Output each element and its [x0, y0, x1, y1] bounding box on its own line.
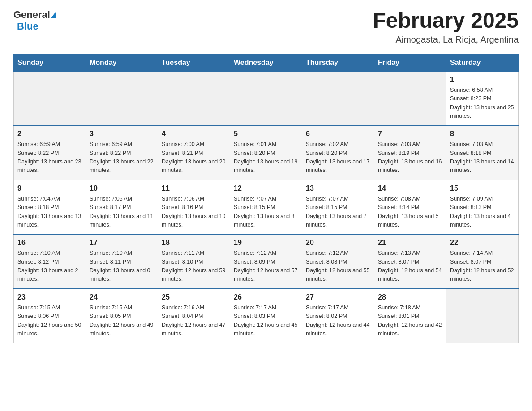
day-info: Sunrise: 7:08 AMSunset: 8:14 PMDaylight:… [378, 195, 442, 230]
calendar-cell [446, 289, 519, 343]
day-of-week-saturday: Saturday [446, 54, 519, 71]
day-info: Sunrise: 7:17 AMSunset: 8:02 PMDaylight:… [306, 304, 370, 338]
day-info: Sunrise: 6:59 AMSunset: 8:22 PMDaylight:… [17, 140, 82, 175]
calendar-cell: 28Sunrise: 7:18 AMSunset: 8:01 PMDayligh… [374, 289, 446, 343]
calendar-cell: 15Sunrise: 7:09 AMSunset: 8:13 PMDayligh… [446, 180, 519, 235]
day-info: Sunrise: 7:00 AMSunset: 8:21 PMDaylight:… [162, 140, 226, 175]
day-info: Sunrise: 7:11 AMSunset: 8:10 PMDaylight:… [162, 249, 226, 284]
day-info: Sunrise: 7:18 AMSunset: 8:01 PMDaylight:… [378, 304, 442, 338]
day-number: 27 [306, 292, 370, 303]
calendar-table: SundayMondayTuesdayWednesdayThursdayFrid… [13, 54, 519, 343]
day-info: Sunrise: 7:12 AMSunset: 8:08 PMDaylight:… [306, 249, 370, 284]
logo-text-general: General [13, 9, 50, 21]
day-info: Sunrise: 7:05 AMSunset: 8:17 PMDaylight:… [90, 195, 154, 230]
day-info: Sunrise: 7:12 AMSunset: 8:09 PMDaylight:… [234, 249, 298, 284]
day-number: 1 [450, 74, 515, 85]
calendar-cell: 1Sunrise: 6:58 AMSunset: 8:23 PMDaylight… [446, 71, 519, 125]
day-number: 21 [378, 237, 442, 248]
day-info: Sunrise: 7:15 AMSunset: 8:05 PMDaylight:… [90, 304, 154, 338]
day-number: 22 [450, 237, 515, 248]
calendar-cell: 24Sunrise: 7:15 AMSunset: 8:05 PMDayligh… [86, 289, 158, 343]
calendar-cell: 12Sunrise: 7:07 AMSunset: 8:15 PMDayligh… [230, 180, 302, 235]
days-of-week-row: SundayMondayTuesdayWednesdayThursdayFrid… [14, 54, 519, 71]
day-number: 28 [378, 292, 442, 303]
day-info: Sunrise: 6:58 AMSunset: 8:23 PMDaylight:… [450, 86, 515, 121]
day-info: Sunrise: 7:09 AMSunset: 8:13 PMDaylight:… [450, 195, 515, 230]
calendar-cell: 20Sunrise: 7:12 AMSunset: 8:08 PMDayligh… [302, 234, 374, 289]
calendar-cell: 22Sunrise: 7:14 AMSunset: 8:07 PMDayligh… [446, 234, 519, 289]
day-info: Sunrise: 7:17 AMSunset: 8:03 PMDaylight:… [234, 304, 298, 338]
day-info: Sunrise: 7:14 AMSunset: 8:07 PMDaylight:… [450, 249, 515, 284]
day-info: Sunrise: 7:10 AMSunset: 8:12 PMDaylight:… [17, 249, 82, 284]
calendar-week-1: 1Sunrise: 6:58 AMSunset: 8:23 PMDaylight… [14, 71, 519, 125]
calendar-cell: 16Sunrise: 7:10 AMSunset: 8:12 PMDayligh… [14, 234, 86, 289]
day-info: Sunrise: 7:02 AMSunset: 8:20 PMDaylight:… [306, 140, 370, 175]
day-of-week-friday: Friday [374, 54, 446, 71]
calendar-cell [302, 71, 374, 125]
day-info: Sunrise: 7:10 AMSunset: 8:11 PMDaylight:… [90, 249, 154, 284]
title-section: February 2025 Aimogasta, La Rioja, Argen… [373, 9, 519, 45]
calendar-cell: 2Sunrise: 6:59 AMSunset: 8:22 PMDaylight… [14, 125, 86, 180]
calendar-cell: 26Sunrise: 7:17 AMSunset: 8:03 PMDayligh… [230, 289, 302, 343]
day-info: Sunrise: 7:15 AMSunset: 8:06 PMDaylight:… [17, 304, 82, 338]
day-number: 4 [162, 128, 226, 139]
day-number: 12 [234, 183, 298, 194]
calendar-cell [14, 71, 86, 125]
calendar-cell: 19Sunrise: 7:12 AMSunset: 8:09 PMDayligh… [230, 234, 302, 289]
page-title: February 2025 [373, 9, 519, 33]
calendar-cell [158, 71, 230, 125]
calendar-cell: 6Sunrise: 7:02 AMSunset: 8:20 PMDaylight… [302, 125, 374, 180]
day-number: 16 [17, 237, 82, 248]
day-number: 18 [162, 237, 226, 248]
day-number: 10 [90, 183, 154, 194]
calendar-cell: 4Sunrise: 7:00 AMSunset: 8:21 PMDaylight… [158, 125, 230, 180]
day-info: Sunrise: 7:03 AMSunset: 8:19 PMDaylight:… [378, 140, 442, 175]
day-number: 26 [234, 292, 298, 303]
day-info: Sunrise: 7:01 AMSunset: 8:20 PMDaylight:… [234, 140, 298, 175]
calendar-cell: 11Sunrise: 7:06 AMSunset: 8:16 PMDayligh… [158, 180, 230, 235]
calendar-cell: 5Sunrise: 7:01 AMSunset: 8:20 PMDaylight… [230, 125, 302, 180]
day-info: Sunrise: 7:04 AMSunset: 8:18 PMDaylight:… [17, 195, 82, 230]
day-number: 3 [90, 128, 154, 139]
calendar-body: 1Sunrise: 6:58 AMSunset: 8:23 PMDaylight… [14, 71, 519, 343]
day-number: 8 [450, 128, 515, 139]
day-number: 24 [90, 292, 154, 303]
calendar-week-5: 23Sunrise: 7:15 AMSunset: 8:06 PMDayligh… [14, 289, 519, 343]
logo: General Blue [13, 9, 56, 32]
day-info: Sunrise: 6:59 AMSunset: 8:22 PMDaylight:… [90, 140, 154, 175]
calendar-cell: 8Sunrise: 7:03 AMSunset: 8:18 PMDaylight… [446, 125, 519, 180]
calendar-header: SundayMondayTuesdayWednesdayThursdayFrid… [14, 54, 519, 71]
day-number: 19 [234, 237, 298, 248]
day-number: 20 [306, 237, 370, 248]
day-info: Sunrise: 7:06 AMSunset: 8:16 PMDaylight:… [162, 195, 226, 230]
day-number: 15 [450, 183, 515, 194]
day-number: 11 [162, 183, 226, 194]
page-header: General Blue February 2025 Aimogasta, La… [13, 9, 519, 45]
day-number: 6 [306, 128, 370, 139]
calendar-cell [86, 71, 158, 125]
day-of-week-wednesday: Wednesday [230, 54, 302, 71]
calendar-cell [374, 71, 446, 125]
calendar-cell: 7Sunrise: 7:03 AMSunset: 8:19 PMDaylight… [374, 125, 446, 180]
calendar-cell: 25Sunrise: 7:16 AMSunset: 8:04 PMDayligh… [158, 289, 230, 343]
calendar-cell [230, 71, 302, 125]
day-number: 2 [17, 128, 82, 139]
day-info: Sunrise: 7:13 AMSunset: 8:07 PMDaylight:… [378, 249, 442, 284]
day-of-week-monday: Monday [86, 54, 158, 71]
day-of-week-sunday: Sunday [14, 54, 86, 71]
day-number: 9 [17, 183, 82, 194]
day-number: 17 [90, 237, 154, 248]
day-number: 7 [378, 128, 442, 139]
calendar-cell: 23Sunrise: 7:15 AMSunset: 8:06 PMDayligh… [14, 289, 86, 343]
calendar-cell: 18Sunrise: 7:11 AMSunset: 8:10 PMDayligh… [158, 234, 230, 289]
day-info: Sunrise: 7:07 AMSunset: 8:15 PMDaylight:… [234, 195, 298, 230]
day-of-week-tuesday: Tuesday [158, 54, 230, 71]
calendar-cell: 27Sunrise: 7:17 AMSunset: 8:02 PMDayligh… [302, 289, 374, 343]
calendar-cell: 13Sunrise: 7:07 AMSunset: 8:15 PMDayligh… [302, 180, 374, 235]
day-info: Sunrise: 7:03 AMSunset: 8:18 PMDaylight:… [450, 140, 515, 175]
day-number: 14 [378, 183, 442, 194]
calendar-cell: 21Sunrise: 7:13 AMSunset: 8:07 PMDayligh… [374, 234, 446, 289]
calendar-cell: 17Sunrise: 7:10 AMSunset: 8:11 PMDayligh… [86, 234, 158, 289]
day-number: 13 [306, 183, 370, 194]
day-info: Sunrise: 7:16 AMSunset: 8:04 PMDaylight:… [162, 304, 226, 338]
